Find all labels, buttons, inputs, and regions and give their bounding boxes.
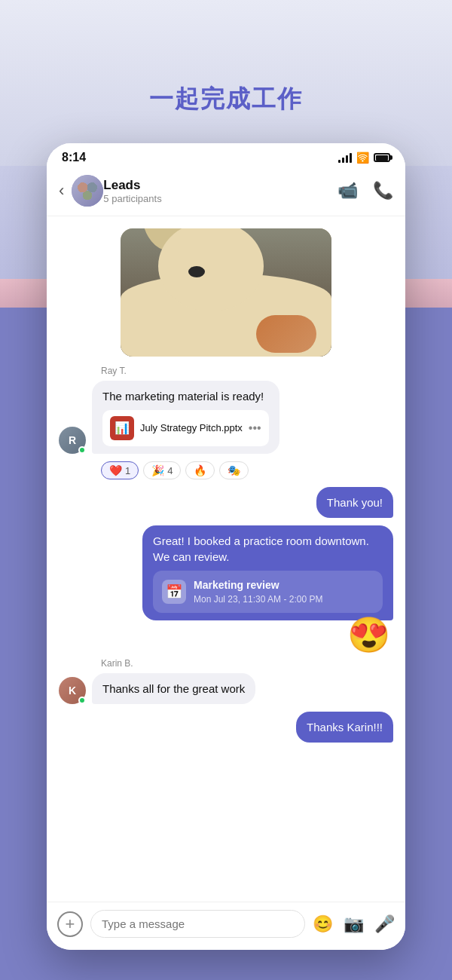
chat-header: ‹ Leads 5 participants 📹 📞 [47, 169, 405, 216]
file-more-icon[interactable]: ••• [249, 420, 261, 436]
message-bubble-5: Thanks Karin!!! [296, 712, 393, 743]
avatar-ray: R [59, 427, 86, 454]
heart-count: 1 [125, 465, 130, 476]
sender-karin-label: Karin B. [89, 658, 405, 669]
message-bubble-1: The marketing material is ready! 📊 July … [92, 381, 279, 454]
party-emoji: 🎉 [151, 464, 164, 476]
chat-name: Leads [103, 178, 337, 193]
signal-icon [338, 153, 352, 163]
message-text-2: Thank you! [327, 496, 383, 509]
phone-call-icon[interactable]: 📞 [373, 181, 393, 201]
file-pptx-icon: 📊 [110, 416, 134, 440]
message-row-5: Thanks Karin!!! [47, 710, 405, 744]
plus-icon: + [66, 914, 75, 934]
message-row-3: Great! I booked a practice room downtown… [47, 524, 405, 622]
message-text-1: The marketing material is ready! [102, 388, 269, 404]
avatar-karin: K [59, 677, 86, 704]
reaction-party[interactable]: 🎉 4 [143, 461, 181, 479]
message-text-4: Thanks all for the great work [102, 682, 245, 695]
emoji-reaction-wrap: 😍 [47, 617, 405, 652]
reaction-other[interactable]: 🎭 [219, 461, 249, 479]
heart-emoji: ❤️ [109, 464, 122, 476]
video-call-icon[interactable]: 📹 [337, 181, 358, 201]
event-info: Marketing review Mon Jul 23, 11:30 AM - … [194, 578, 322, 605]
message-row-4: K Thanks all for the great work [47, 672, 405, 706]
online-indicator [78, 446, 86, 454]
party-count: 4 [167, 465, 173, 476]
emoji-picker-icon[interactable]: 😊 [313, 914, 333, 934]
back-button[interactable]: ‹ [59, 181, 64, 201]
wifi-icon: 🛜 [356, 152, 369, 164]
camera-icon[interactable]: 📷 [344, 914, 364, 934]
status-time: 8:14 [62, 151, 86, 164]
fire-emoji: 🔥 [194, 464, 206, 476]
status-icons: 🛜 [338, 152, 390, 164]
message-bubble-4: Thanks all for the great work [92, 673, 255, 704]
reaction-fire[interactable]: 🔥 [185, 461, 215, 479]
dog-image [121, 228, 331, 357]
message-input[interactable] [90, 910, 305, 938]
event-title: Marketing review [194, 578, 322, 593]
reaction-heart[interactable]: ❤️ 1 [101, 461, 139, 479]
input-bar: + 😊 📷 🎤 [47, 902, 405, 950]
file-name: July Strategy Pitch.pptx [140, 421, 243, 435]
reactions-row: ❤️ 1 🎉 4 🔥 🎭 [89, 458, 405, 485]
event-time: Mon Jul 23, 11:30 AM - 2:00 PM [194, 593, 322, 606]
sender-ray-label: Ray T. [89, 366, 405, 376]
message-text-3: Great! I booked a practice room downtown… [153, 533, 383, 565]
other-emoji: 🎭 [228, 464, 240, 476]
status-bar: 8:14 🛜 [47, 143, 405, 169]
group-avatar [72, 175, 103, 207]
header-actions: 📹 📞 [337, 181, 393, 201]
dog-image-container [47, 216, 405, 366]
battery-icon [374, 153, 390, 162]
message-bubble-2: Thank you! [316, 487, 393, 518]
message-bubble-3: Great! I booked a practice room downtown… [142, 525, 393, 620]
chat-body[interactable]: Ray T. R The marketing material is ready… [47, 216, 405, 925]
message-row-2: Thank you! [47, 485, 405, 519]
calendar-icon: 📅 [162, 580, 186, 604]
input-action-icons: 😊 📷 🎤 [313, 914, 395, 934]
online-indicator-karin [78, 697, 86, 704]
phone-frame: 8:14 🛜 ‹ Leads 5 participants [47, 143, 405, 950]
add-button[interactable]: + [57, 911, 83, 937]
chat-participants: 5 participants [103, 193, 337, 204]
heart-eyes-emoji: 😍 [347, 617, 390, 652]
page-title: 一起完成工作 [0, 83, 452, 116]
chat-info: Leads 5 participants [103, 178, 337, 204]
event-card[interactable]: 📅 Marketing review Mon Jul 23, 11:30 AM … [153, 571, 383, 613]
message-row-1: R The marketing material is ready! 📊 Jul… [47, 379, 405, 455]
microphone-icon[interactable]: 🎤 [374, 914, 395, 934]
file-attachment[interactable]: 📊 July Strategy Pitch.pptx ••• [102, 410, 269, 446]
message-text-5: Thanks Karin!!! [307, 721, 383, 733]
